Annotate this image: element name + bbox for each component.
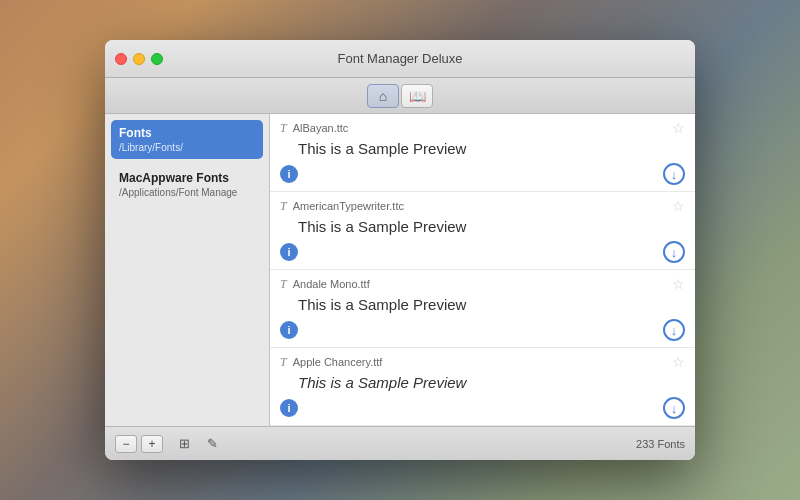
sidebar: Fonts /Library/Fonts/ MacAppware Fonts /…	[105, 114, 270, 426]
star-icon[interactable]: ☆	[672, 354, 685, 370]
font-item: T Apple Chancery.ttf ☆ This is a Sample …	[270, 348, 695, 426]
fonts-title: Fonts	[119, 126, 255, 140]
font-preview: This is a Sample Preview	[270, 138, 695, 161]
main-content: Fonts /Library/Fonts/ MacAppware Fonts /…	[105, 114, 695, 426]
star-icon[interactable]: ☆	[672, 120, 685, 136]
macappware-title: MacAppware Fonts	[119, 171, 255, 185]
grid-icon: ⊞	[179, 436, 190, 451]
titlebar: Font Manager Deluxe	[105, 40, 695, 78]
font-item-header: T AmericanTypewriter.ttc ☆	[270, 192, 695, 216]
font-type-icon: T	[280, 277, 287, 292]
grid-view-button[interactable]: ⊞	[173, 435, 195, 453]
font-item-header: T Andale Mono.ttf ☆	[270, 270, 695, 294]
home-button[interactable]: ⌂	[367, 84, 399, 108]
font-type-icon: T	[280, 199, 287, 214]
edit-icon: ✎	[207, 436, 218, 451]
font-item: T AmericanTypewriter.ttc ☆ This is a Sam…	[270, 192, 695, 270]
font-type-icon: T	[280, 121, 287, 136]
book-button[interactable]: 📖	[401, 84, 433, 108]
font-item-footer: i ↓	[270, 239, 695, 269]
font-preview: This is a Sample Preview	[270, 372, 695, 395]
download-button[interactable]: ↓	[663, 241, 685, 263]
macappware-subtitle: /Applications/Font Manage	[119, 187, 255, 198]
minimize-button[interactable]	[133, 53, 145, 65]
window-title: Font Manager Deluxe	[337, 51, 462, 66]
font-item: T Andale Mono.ttf ☆ This is a Sample Pre…	[270, 270, 695, 348]
sidebar-fonts-selected[interactable]: Fonts /Library/Fonts/	[111, 120, 263, 159]
font-item-header: T AlBayan.ttc ☆	[270, 114, 695, 138]
bottom-center-controls: ⊞ ✎	[173, 435, 223, 453]
home-icon: ⌂	[379, 88, 387, 104]
font-preview: This is a Sample Preview	[270, 216, 695, 239]
font-filename: AmericanTypewriter.ttc	[293, 200, 672, 212]
edit-button[interactable]: ✎	[201, 435, 223, 453]
toolbar: ⌂ 📖	[105, 78, 695, 114]
font-filename: Andale Mono.ttf	[293, 278, 672, 290]
info-button[interactable]: i	[280, 165, 298, 183]
add-button[interactable]: +	[141, 435, 163, 453]
fonts-subtitle: /Library/Fonts/	[119, 142, 255, 153]
minus-icon: −	[122, 437, 129, 451]
bottom-left-controls: − +	[115, 435, 163, 453]
download-button[interactable]: ↓	[663, 163, 685, 185]
plus-icon: +	[148, 437, 155, 451]
font-list: T AlBayan.ttc ☆ This is a Sample Preview…	[270, 114, 695, 426]
font-preview: This is a Sample Preview	[270, 294, 695, 317]
download-button[interactable]: ↓	[663, 319, 685, 341]
star-icon[interactable]: ☆	[672, 276, 685, 292]
font-filename: AlBayan.ttc	[293, 122, 672, 134]
font-item: T AlBayan.ttc ☆ This is a Sample Preview…	[270, 114, 695, 192]
traffic-lights	[115, 53, 163, 65]
close-button[interactable]	[115, 53, 127, 65]
sidebar-macappware[interactable]: MacAppware Fonts /Applications/Font Mana…	[111, 165, 263, 204]
font-filename: Apple Chancery.ttf	[293, 356, 672, 368]
font-item-footer: i ↓	[270, 317, 695, 347]
font-item-footer: i ↓	[270, 161, 695, 191]
download-button[interactable]: ↓	[663, 397, 685, 419]
book-icon: 📖	[409, 88, 426, 104]
info-button[interactable]: i	[280, 399, 298, 417]
remove-button[interactable]: −	[115, 435, 137, 453]
font-item-header: T Apple Chancery.ttf ☆	[270, 348, 695, 372]
maximize-button[interactable]	[151, 53, 163, 65]
info-button[interactable]: i	[280, 243, 298, 261]
font-item-footer: i ↓	[270, 395, 695, 425]
bottom-bar: − + ⊞ ✎ 233 Fonts	[105, 426, 695, 460]
star-icon[interactable]: ☆	[672, 198, 685, 214]
font-type-icon: T	[280, 355, 287, 370]
app-window: Font Manager Deluxe ⌂ 📖 Fonts /Library/F…	[105, 40, 695, 460]
info-button[interactable]: i	[280, 321, 298, 339]
font-count: 233 Fonts	[636, 438, 685, 450]
